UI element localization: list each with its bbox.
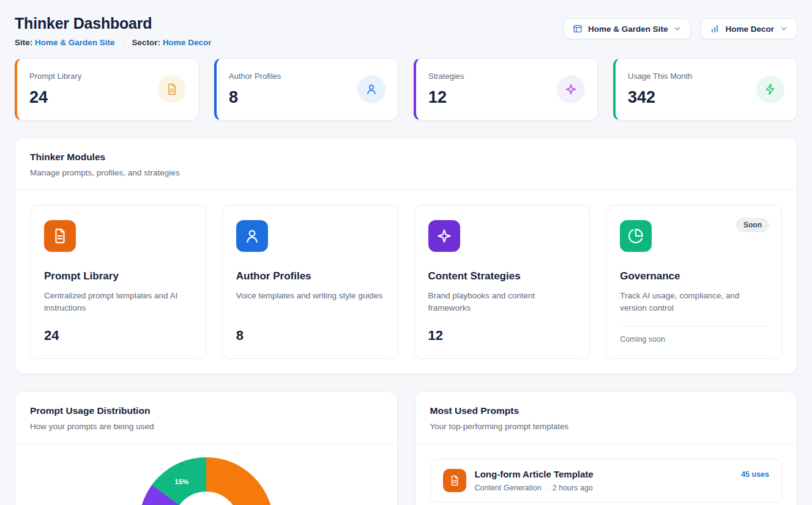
sparkle-icon xyxy=(428,220,460,252)
page-title: Thinker Dashboard xyxy=(15,15,211,32)
pie-chart-icon xyxy=(620,220,652,252)
page-header: Thinker Dashboard Site: Home & Garden Si… xyxy=(15,15,797,47)
module-card-governance[interactable]: Soon Governance Track AI usage, complian… xyxy=(606,205,782,359)
site-link[interactable]: Home & Garden Site xyxy=(35,38,115,47)
modules-grid: Prompt Library Centralized prompt templa… xyxy=(15,190,797,374)
module-description: Track AI usage, compliance, and version … xyxy=(620,290,768,315)
prompt-item-meta: Content Generation·2 hours ago xyxy=(475,484,733,492)
stat-label: Author Profiles xyxy=(229,72,281,81)
sector-chart-icon xyxy=(710,24,720,34)
stat-value: 8 xyxy=(229,88,281,107)
thinker-modules-panel: Thinker Modules Manage prompts, profiles… xyxy=(15,138,797,374)
stat-card-author-profiles: Author Profiles 8 xyxy=(214,58,398,120)
most-used-panel-header: Most Used Prompts Your top-performing pr… xyxy=(415,392,797,443)
module-card-prompt-library[interactable]: Prompt Library Centralized prompt templa… xyxy=(30,205,206,359)
stat-label: Prompt Library xyxy=(29,72,81,81)
stat-label: Strategies xyxy=(428,72,464,81)
divider xyxy=(620,326,768,326)
stat-value: 342 xyxy=(628,88,692,107)
module-title: Governance xyxy=(620,270,768,282)
stat-value: 24 xyxy=(29,88,81,107)
sector-label: Sector: xyxy=(132,38,161,47)
stat-card-strategies: Strategies 12 xyxy=(414,58,598,120)
person-icon xyxy=(236,220,268,252)
module-card-author-profiles[interactable]: Author Profiles Voice templates and writ… xyxy=(222,205,398,359)
stat-value: 12 xyxy=(428,88,464,107)
modules-title: Thinker Modules xyxy=(30,152,782,163)
prompt-item-uses-badge: 45 uses xyxy=(741,470,769,479)
prompt-item-time: 2 hours ago xyxy=(553,484,593,492)
coming-soon-text: Coming soon xyxy=(620,335,768,344)
donut-chart: 15% xyxy=(139,457,274,505)
soon-badge: Soon xyxy=(736,218,769,232)
stat-card-usage: Usage This Month 342 xyxy=(613,58,797,120)
prompt-item-title: Long-form Article Template xyxy=(475,469,733,479)
prompt-list: Long-form Article Template Content Gener… xyxy=(415,444,797,505)
document-icon xyxy=(443,469,466,492)
prompt-item-category: Content Generation xyxy=(475,484,542,492)
module-description: Voice templates and writing style guides xyxy=(236,290,384,302)
site-icon xyxy=(573,24,583,34)
header-left: Thinker Dashboard Site: Home & Garden Si… xyxy=(15,15,211,47)
header-controls: Home & Garden Site Home Decor xyxy=(564,18,797,39)
module-count: 24 xyxy=(44,328,192,344)
stat-card-prompt-library: Prompt Library 24 xyxy=(15,58,199,120)
lightning-icon xyxy=(756,75,784,103)
module-card-content-strategies[interactable]: Content Strategies Brand playbooks and c… xyxy=(414,205,590,359)
sector-selector-label: Home Decor xyxy=(725,24,774,34)
sparkle-icon xyxy=(557,75,585,103)
module-title: Author Profiles xyxy=(236,270,384,282)
document-icon xyxy=(44,220,76,252)
person-icon xyxy=(357,75,386,103)
usage-subtitle: How your prompts are being used xyxy=(30,422,382,431)
most-used-subtitle: Your top-performing prompt templates xyxy=(430,422,783,431)
usage-distribution-panel: Prompt Usage Distribution How your promp… xyxy=(15,391,398,505)
chevron-down-icon xyxy=(673,24,682,33)
list-item[interactable]: Long-form Article Template Content Gener… xyxy=(430,459,783,503)
sector-link[interactable]: Home Decor xyxy=(163,38,212,47)
donut-segment-label: 15% xyxy=(174,478,188,485)
bottom-row: Prompt Usage Distribution How your promp… xyxy=(15,391,797,505)
site-selector-label: Home & Garden Site xyxy=(588,24,668,34)
module-count: 12 xyxy=(428,328,576,344)
module-title: Prompt Library xyxy=(44,270,192,282)
usage-title: Prompt Usage Distribution xyxy=(30,405,382,416)
most-used-prompts-panel: Most Used Prompts Your top-performing pr… xyxy=(415,391,798,505)
module-description: Brand playbooks and content frameworks xyxy=(428,290,576,315)
usage-panel-header: Prompt Usage Distribution How your promp… xyxy=(15,392,397,443)
module-description: Centralized prompt templates and AI inst… xyxy=(44,290,192,315)
stats-row: Prompt Library 24 Author Profiles 8 Stra… xyxy=(15,58,797,120)
meta-separator: · xyxy=(546,484,548,492)
dashboard-page: Thinker Dashboard Site: Home & Garden Si… xyxy=(0,0,812,505)
meta-separator: · xyxy=(122,38,125,47)
chevron-down-icon xyxy=(780,24,788,33)
sector-selector-dropdown[interactable]: Home Decor xyxy=(701,18,797,39)
site-meta: Site: Home & Garden Site · Sector: Home … xyxy=(15,38,211,47)
prompt-item-text: Long-form Article Template Content Gener… xyxy=(475,469,733,492)
site-label: Site: xyxy=(15,38,32,47)
modules-subtitle: Manage prompts, profiles, and strategies xyxy=(30,168,782,177)
module-count: 8 xyxy=(236,328,384,344)
document-icon xyxy=(158,75,186,103)
chart-area: 15% xyxy=(15,444,397,505)
donut-hole xyxy=(173,492,239,505)
most-used-title: Most Used Prompts xyxy=(430,405,783,416)
site-selector-dropdown[interactable]: Home & Garden Site xyxy=(564,18,691,39)
stat-label: Usage This Month xyxy=(628,72,692,81)
module-title: Content Strategies xyxy=(428,270,576,282)
modules-panel-header: Thinker Modules Manage prompts, profiles… xyxy=(15,138,797,190)
